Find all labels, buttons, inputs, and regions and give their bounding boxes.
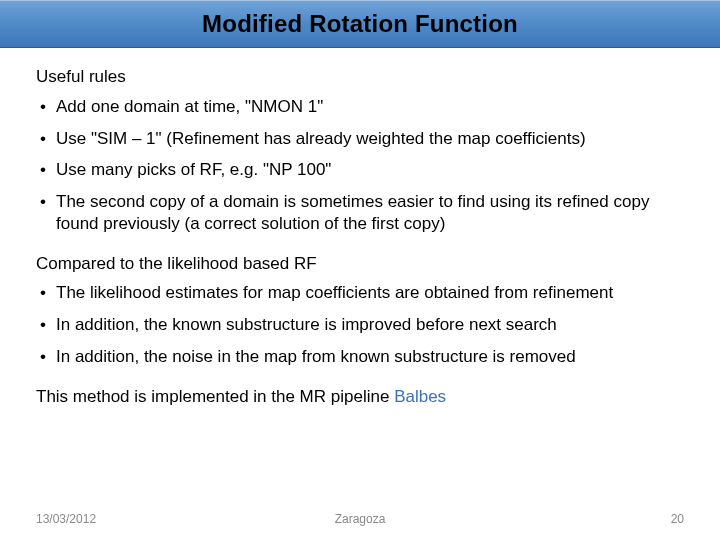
- list-item: The likelihood estimates for map coeffic…: [36, 282, 684, 304]
- section2-heading: Compared to the likelihood based RF: [36, 253, 684, 275]
- list-item: In addition, the noise in the map from k…: [36, 346, 684, 368]
- section1-heading: Useful rules: [36, 66, 684, 88]
- implemented-link: Balbes: [394, 387, 446, 406]
- list-item: The second copy of a domain is sometimes…: [36, 191, 684, 235]
- list-item: Use "SIM – 1" (Refinement has already we…: [36, 128, 684, 150]
- list-item: Use many picks of RF, e.g. "NP 100": [36, 159, 684, 181]
- implemented-prefix: This method is implemented in the MR pip…: [36, 387, 394, 406]
- list-item: In addition, the known substructure is i…: [36, 314, 684, 336]
- title-bar: Modified Rotation Function: [0, 0, 720, 48]
- slide: Modified Rotation Function Useful rules …: [0, 0, 720, 540]
- footer-date: 13/03/2012: [36, 512, 96, 526]
- section1-list: Add one domain at time, "NMON 1" Use "SI…: [36, 96, 684, 235]
- slide-content: Useful rules Add one domain at time, "NM…: [0, 48, 720, 407]
- footer-location: Zaragoza: [335, 512, 386, 526]
- list-item: Add one domain at time, "NMON 1": [36, 96, 684, 118]
- footer: 13/03/2012 Zaragoza 20: [0, 512, 720, 526]
- slide-title: Modified Rotation Function: [202, 10, 518, 38]
- footer-page: 20: [671, 512, 684, 526]
- section2-list: The likelihood estimates for map coeffic…: [36, 282, 684, 367]
- implemented-line: This method is implemented in the MR pip…: [36, 386, 684, 408]
